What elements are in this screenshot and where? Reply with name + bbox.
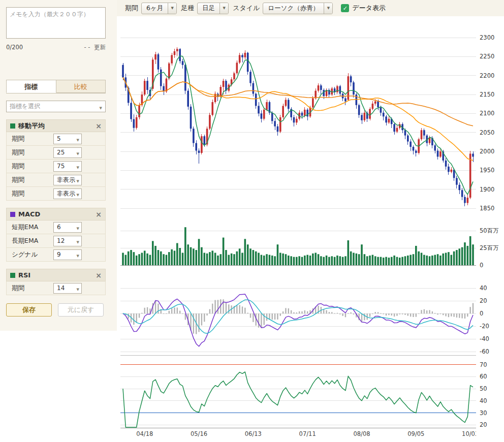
chevron-down-icon <box>77 237 79 245</box>
chevron-down-icon <box>77 163 79 170</box>
close-icon[interactable] <box>96 211 102 218</box>
ma-row-1: 期間 5 <box>6 132 106 146</box>
panel-title: RSI <box>18 271 30 279</box>
memo-input[interactable] <box>6 7 106 39</box>
svg-text:06/13: 06/13 <box>245 430 262 437</box>
ma-period-3-select[interactable]: 75 <box>53 161 82 172</box>
chevron-down-icon <box>77 135 79 143</box>
ma-row-2: 期間 25 <box>6 146 106 160</box>
macd-row-1: 短期EMA 6 <box>6 220 106 234</box>
macd-row-3: シグナル 9 <box>6 248 106 262</box>
axis-label: -20 <box>480 323 489 330</box>
close-icon[interactable] <box>96 122 102 130</box>
svg-text:07/11: 07/11 <box>299 430 316 437</box>
chart-area: 期間 6ヶ月 足種 日足 スタイル ローソク（赤青） データ表示 04/1805… <box>117 0 504 442</box>
ma-period-4-select[interactable]: 非表示 <box>53 175 82 185</box>
chevron-down-icon <box>77 149 79 156</box>
data-display-toggle[interactable]: データ表示 <box>341 4 386 13</box>
axis-label: 30 <box>480 409 487 417</box>
axis-label: 1950 <box>480 167 494 174</box>
style-dropdown[interactable]: ローソク（赤青） <box>263 3 333 14</box>
svg-text:05/16: 05/16 <box>191 430 207 437</box>
chart-canvas[interactable]: 04/1805/1606/1307/1108/0809/0510/03 <box>120 17 476 442</box>
axis-label: 40 <box>480 397 487 404</box>
axis-label: 40 <box>480 285 487 292</box>
ma-row-5: 期間 非表示 <box>6 187 106 201</box>
macd-fast-ema-select[interactable]: 6 <box>53 222 82 233</box>
tab-indicators[interactable]: 指標 <box>6 80 56 93</box>
checkbox-icon[interactable] <box>341 4 349 12</box>
chevron-down-icon[interactable] <box>168 3 176 14</box>
sidebar-content: 0/200 - - 更新 指標 比較 指標を選択 移動平均 <box>0 0 117 331</box>
svg-text:10/03: 10/03 <box>462 430 476 437</box>
axis-label: -40 <box>480 335 489 342</box>
axis-label: 2300 <box>480 34 494 41</box>
axis-label: 2200 <box>480 72 494 79</box>
ma-row-3: 期間 75 <box>6 160 106 173</box>
chevron-down-icon <box>100 102 102 111</box>
panel-title: MACD <box>18 210 40 218</box>
axis-label: 70 <box>480 361 487 368</box>
ma-period-2-select[interactable]: 25 <box>53 147 82 158</box>
memo-update-link[interactable]: 更新 <box>94 44 106 51</box>
indicator-select[interactable]: 指標を選択 <box>6 101 106 112</box>
memo-counter: 0/200 <box>6 44 23 51</box>
sidebar-tabs: 指標 比較 <box>6 80 106 93</box>
axis-label: 1850 <box>480 205 494 212</box>
axis-label: 25百万 <box>480 244 499 252</box>
axis-label: 60 <box>480 373 487 380</box>
indicator-panel-macd: MACD 短期EMA 6 長期EMA 12 <box>6 208 106 262</box>
rsi-color-swatch-icon <box>10 273 15 278</box>
chevron-down-icon <box>77 251 79 259</box>
ma-period-5-select[interactable]: 非表示 <box>53 188 82 199</box>
rsi-period-select[interactable]: 14 <box>53 283 82 294</box>
y-axis: 2300225022002150210020502000195019001850… <box>479 17 504 441</box>
rsi-row-1: 期間 14 <box>6 281 106 295</box>
macd-row-2: 長期EMA 12 <box>6 234 106 248</box>
axis-label: 50百万 <box>480 227 499 235</box>
period-label: 期間 <box>125 4 138 13</box>
memo-meta: 0/200 - - 更新 <box>6 44 106 51</box>
ma-period-1-select[interactable]: 5 <box>53 134 82 144</box>
app: 0/200 - - 更新 指標 比較 指標を選択 移動平均 <box>0 0 504 442</box>
chevron-down-icon[interactable] <box>219 3 228 14</box>
chevron-down-icon <box>77 224 79 231</box>
axis-label: 2150 <box>480 91 494 98</box>
bar-type-dropdown[interactable]: 日足 <box>197 3 229 14</box>
axis-label: 0 <box>480 310 483 317</box>
axis-label: 0 <box>480 262 483 269</box>
svg-text:04/18: 04/18 <box>136 430 153 437</box>
chevron-down-icon <box>77 176 79 184</box>
indicator-panel-moving-average: 移動平均 期間 5 期間 25 <box>6 119 106 201</box>
close-icon[interactable] <box>96 272 102 279</box>
ma-color-swatch-icon <box>10 123 15 129</box>
chart-toolbar: 期間 6ヶ月 足種 日足 スタイル ローソク（赤青） データ表示 <box>117 0 504 16</box>
indicator-panel-rsi: RSI 期間 14 <box>6 269 106 295</box>
tab-compare[interactable]: 比較 <box>56 80 106 93</box>
svg-text:09/05: 09/05 <box>407 430 424 437</box>
sidebar-buttons: 保存 元に戻す <box>6 303 117 317</box>
macd-color-swatch-icon <box>10 212 15 217</box>
axis-label: 2050 <box>480 129 494 136</box>
macd-slow-ema-select[interactable]: 12 <box>53 236 82 246</box>
axis-label: 20 <box>480 297 487 304</box>
axis-label: 50 <box>480 385 487 392</box>
reset-button[interactable]: 元に戻す <box>58 303 104 317</box>
style-label: スタイル <box>233 4 260 13</box>
axis-label: -60 <box>480 348 489 355</box>
svg-text:08/08: 08/08 <box>353 430 370 437</box>
axis-label: 20 <box>480 421 487 428</box>
period-dropdown[interactable]: 6ヶ月 <box>141 3 177 14</box>
plot-region: 04/1805/1606/1307/1108/0809/0510/03 2300… <box>117 16 504 442</box>
chevron-down-icon <box>77 190 79 198</box>
axis-label: 1900 <box>480 186 494 193</box>
panel-title: 移動平均 <box>18 121 45 131</box>
axis-label: 2000 <box>480 148 494 155</box>
save-button[interactable]: 保存 <box>6 303 52 317</box>
sidebar: 0/200 - - 更新 指標 比較 指標を選択 移動平均 <box>0 0 117 442</box>
axis-label: 2100 <box>480 110 494 117</box>
memo-updated-time: - - <box>84 44 90 51</box>
chevron-down-icon[interactable] <box>324 3 332 14</box>
macd-signal-select[interactable]: 9 <box>53 249 82 260</box>
ma-row-4: 期間 非表示 <box>6 173 106 187</box>
